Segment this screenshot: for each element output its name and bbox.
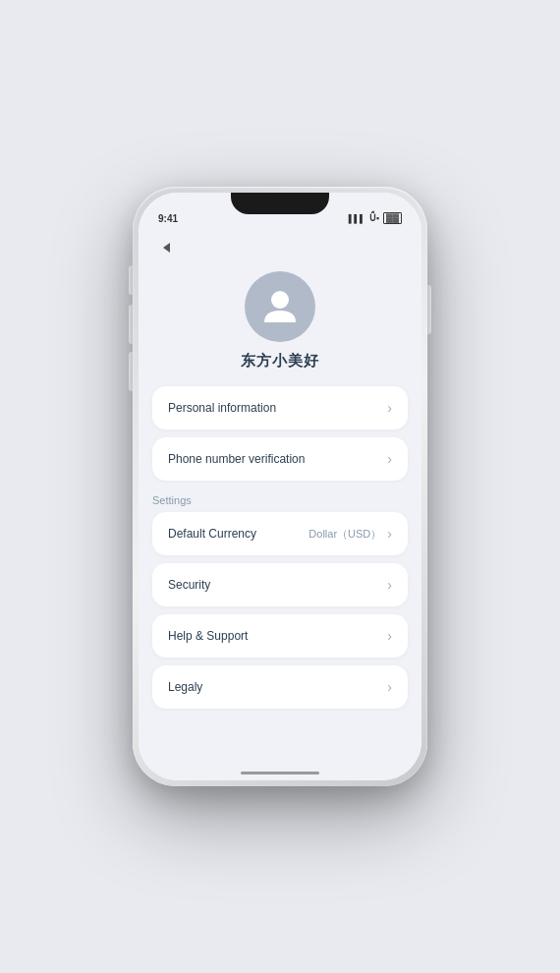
legaly-label: Legaly <box>168 680 202 694</box>
battery-icon: ▓▓ <box>383 212 402 224</box>
volume-up-button <box>129 305 133 344</box>
default-currency-arrow: › <box>387 526 392 542</box>
phone-verification-item[interactable]: Phone number verification › <box>152 437 408 481</box>
screen-content: 东方小美好 Personal information › Phone numbe… <box>139 228 421 780</box>
volume-down-button <box>129 352 133 391</box>
phone-verification-arrow: › <box>387 451 392 467</box>
personal-information-item[interactable]: Personal information › <box>152 386 408 429</box>
avatar-icon <box>260 285 300 328</box>
help-support-label: Help & Support <box>168 629 248 643</box>
top-menu-section: Personal information › Phone number veri… <box>139 386 421 481</box>
help-support-arrow: › <box>387 628 392 644</box>
phone-frame: 9:41 ▌▌▌ Ǘ▪ ▓▓ <box>133 187 427 786</box>
security-item[interactable]: Security › <box>152 563 408 606</box>
phone-verification-label: Phone number verification <box>168 452 305 466</box>
back-button[interactable] <box>154 236 178 259</box>
legaly-right: › <box>387 679 392 695</box>
personal-information-right: › <box>387 400 392 416</box>
personal-information-label: Personal information <box>168 401 276 415</box>
security-label: Security <box>168 578 210 592</box>
security-right: › <box>387 577 392 593</box>
avatar-section: 东方小美好 <box>139 263 421 386</box>
default-currency-value: Dollar（USD） <box>308 527 381 542</box>
help-support-item[interactable]: Help & Support › <box>152 614 408 658</box>
svg-point-0 <box>271 291 289 309</box>
personal-information-arrow: › <box>387 400 392 416</box>
notch <box>231 193 329 214</box>
signal-icon: ▌▌▌ <box>349 214 365 223</box>
power-button <box>427 285 431 334</box>
header <box>139 228 421 263</box>
wifi-icon: Ǘ▪ <box>369 213 379 223</box>
home-indicator <box>241 772 319 774</box>
status-icons: ▌▌▌ Ǘ▪ ▓▓ <box>349 212 402 224</box>
help-support-right: › <box>387 628 392 644</box>
legaly-item[interactable]: Legaly › <box>152 665 408 709</box>
mute-button <box>129 265 133 295</box>
settings-section-label: Settings <box>139 488 421 512</box>
default-currency-item[interactable]: Default Currency Dollar（USD） › <box>152 512 408 555</box>
phone-verification-right: › <box>387 451 392 467</box>
default-currency-label: Default Currency <box>168 527 256 541</box>
phone-screen: 9:41 ▌▌▌ Ǘ▪ ▓▓ <box>139 193 421 780</box>
avatar[interactable] <box>245 271 315 342</box>
legaly-arrow: › <box>387 679 392 695</box>
settings-menu-section: Default Currency Dollar（USD） › Security … <box>139 512 421 709</box>
status-time: 9:41 <box>158 213 178 224</box>
security-arrow: › <box>387 577 392 593</box>
default-currency-right: Dollar（USD） › <box>308 526 392 542</box>
back-chevron-icon <box>163 243 170 253</box>
username: 东方小美好 <box>241 352 319 371</box>
